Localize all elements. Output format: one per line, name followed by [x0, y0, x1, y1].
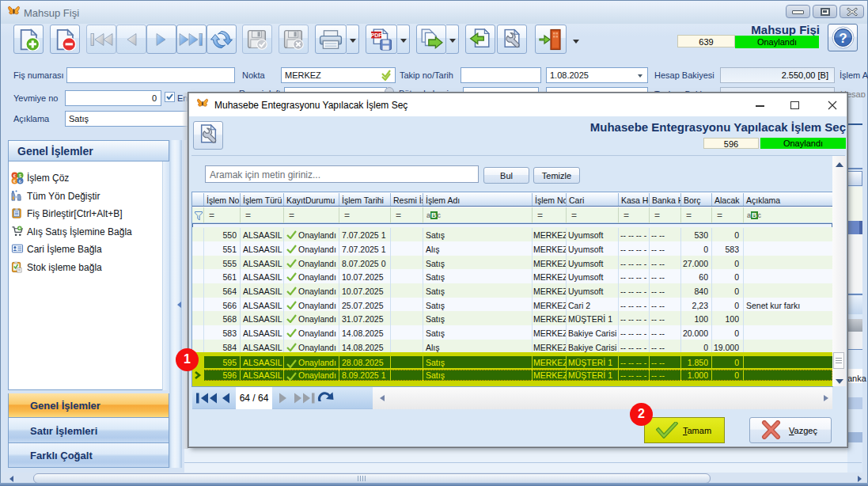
svg-text:₺: ₺: [19, 179, 22, 184]
svg-text:?: ?: [839, 31, 847, 46]
svg-text:PDF: PDF: [371, 32, 383, 37]
